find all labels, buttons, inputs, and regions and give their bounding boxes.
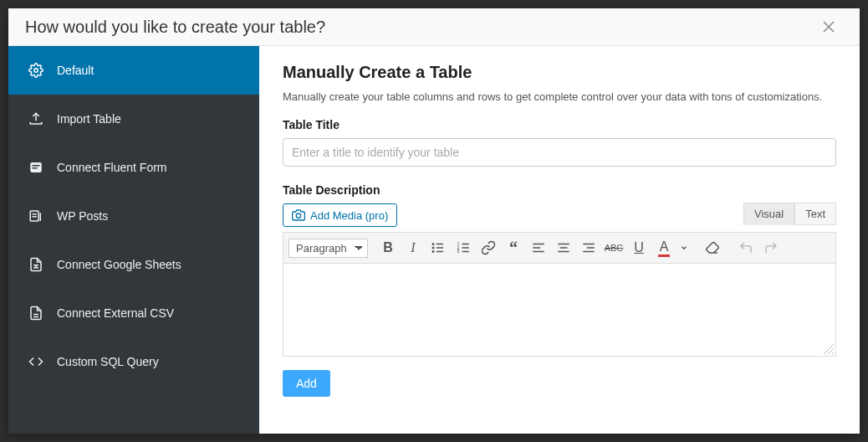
add-media-button[interactable]: Add Media (pro) [283,203,397,227]
svg-point-9 [432,244,434,245]
svg-point-0 [34,69,38,73]
strikethrough-icon: ABC [605,243,624,253]
add-button[interactable]: Add [283,370,330,397]
sidebar: Default Import Table Connect Fluent Form… [8,46,259,434]
redo-button[interactable] [759,236,783,260]
csv-icon [28,306,43,321]
close-icon [823,21,835,33]
italic-icon: I [411,240,415,255]
sidebar-item-label: Connect Fluent Form [57,161,167,174]
clear-formatting-button[interactable] [701,236,724,260]
sidebar-item-sql-query[interactable]: Custom SQL Query [8,337,259,386]
bullet-list-button[interactable] [426,236,450,260]
underline-icon: U [634,240,644,255]
rich-text-editor: Paragraph B I 123 “ [283,232,836,357]
sheets-icon [28,257,43,272]
svg-point-5 [296,213,300,218]
sidebar-item-google-sheets[interactable]: Connect Google Sheets [8,240,259,289]
sidebar-item-label: Connect Google Sheets [57,258,181,271]
tab-visual[interactable]: Visual [743,203,794,225]
editor-textarea[interactable] [283,264,835,356]
editor-tabs: Visual Text [743,203,836,225]
code-icon [28,354,43,369]
svg-rect-3 [33,167,38,169]
content-description: Manually create your table columns and r… [283,90,836,103]
align-center-button[interactable] [552,236,575,260]
add-media-label: Add Media (pro) [310,209,388,222]
sidebar-item-fluent-form[interactable]: Connect Fluent Form [8,143,259,192]
blockquote-button[interactable]: “ [502,236,525,260]
table-title-label: Table Title [283,118,836,131]
table-description-label: Table Description [283,183,836,197]
text-color-icon: A [658,239,671,257]
resize-handle[interactable] [823,343,835,355]
sidebar-item-import-table[interactable]: Import Table [8,95,259,143]
eraser-icon [705,240,720,255]
posts-icon [28,208,43,224]
sidebar-item-default[interactable]: Default [8,46,259,95]
svg-text:3: 3 [457,249,460,254]
upload-icon [28,111,43,126]
numbered-list-icon: 123 [456,240,471,255]
align-right-button[interactable] [577,236,600,260]
format-select[interactable]: Paragraph [288,239,368,258]
sidebar-item-label: Default [57,64,94,77]
create-table-modal: How would you like to create your table?… [8,8,860,434]
bold-icon: B [383,240,393,255]
media-icon [292,208,305,222]
sidebar-item-label: Custom SQL Query [57,355,159,368]
content-panel: Manually Create a Table Manually create … [259,46,860,434]
editor-toolbar: Paragraph B I 123 “ [283,233,835,264]
undo-button[interactable] [734,236,758,260]
text-color-button[interactable]: A [652,236,676,260]
align-left-icon [531,240,546,255]
bullet-list-icon [431,240,446,255]
bold-button[interactable]: B [376,236,400,260]
svg-point-11 [432,251,434,253]
close-button[interactable] [823,17,843,37]
content-title: Manually Create a Table [283,63,836,82]
link-button[interactable] [477,236,500,260]
modal-title: How would you like to create your table? [25,18,325,37]
modal-header: How would you like to create your table? [8,8,860,46]
sidebar-item-label: Import Table [57,112,121,126]
chevron-down-icon [680,244,688,252]
numbered-list-button[interactable]: 123 [452,236,475,260]
quote-icon: “ [509,239,518,256]
sidebar-item-label: WP Posts [57,209,108,223]
align-right-icon [581,240,596,255]
italic-button[interactable]: I [401,236,425,260]
redo-icon [763,240,779,255]
align-center-icon [556,240,571,255]
table-title-input[interactable] [283,138,836,167]
svg-point-10 [432,247,434,249]
gear-icon [28,63,43,78]
modal-body: Default Import Table Connect Fluent Form… [8,46,860,434]
sidebar-item-external-csv[interactable]: Connect External CSV [8,289,259,337]
strikethrough-button[interactable]: ABC [602,236,625,260]
link-icon [481,240,496,255]
underline-button[interactable]: U [627,236,651,260]
form-icon [28,160,43,175]
text-color-dropdown[interactable] [677,236,691,260]
align-left-button[interactable] [527,236,550,260]
undo-icon [738,240,753,255]
tab-text[interactable]: Text [794,203,836,225]
sidebar-item-label: Connect External CSV [57,306,174,320]
svg-rect-2 [33,165,40,167]
sidebar-item-wp-posts[interactable]: WP Posts [8,192,259,240]
